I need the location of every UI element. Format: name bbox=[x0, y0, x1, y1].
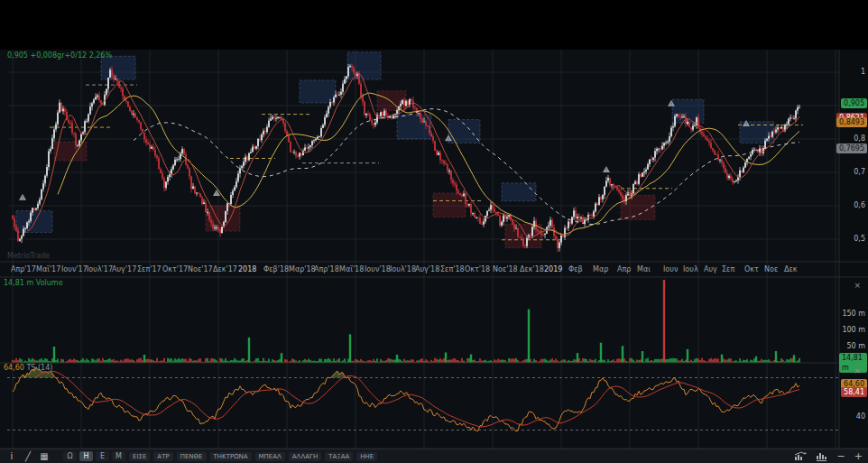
symbol-quote-line: 0,905 +0,008gr+0/12 2,26% bbox=[7, 51, 112, 60]
time-tick-label: Φεβ'18 bbox=[263, 265, 289, 273]
remove-volume-indicator-button[interactable]: × bbox=[854, 282, 861, 290]
volume-indicator-label: 14,81 m Volume bbox=[4, 279, 63, 288]
time-tick-label: Απρ'17 bbox=[11, 265, 36, 273]
rsi-axis[interactable]: 4064,6058,41× bbox=[839, 363, 868, 449]
trading-app-window: !!!!!! 0,905 +0,008gr+0/12 2,26% MetrioT… bbox=[0, 0, 868, 463]
time-tick-label: Απρ bbox=[617, 265, 631, 273]
time-tick-label: Νοε'17 bbox=[188, 265, 213, 273]
rsi-value: 64,60 bbox=[4, 364, 24, 372]
time-tick-label: Σεπ bbox=[722, 265, 734, 273]
price-axis[interactable]: 10,80,70,60,50,9050,86210,84930,7695 bbox=[839, 50, 868, 262]
time-tick-label: Νοε'18 bbox=[493, 265, 518, 273]
toolbar-button[interactable]: ΤΗΚΤΡΩΝΑ bbox=[210, 452, 252, 461]
time-tick-label: Αυγ'17 bbox=[112, 265, 136, 273]
price-tick-label: 0,6 bbox=[854, 201, 865, 209]
grid-view-icon[interactable]: ▦ bbox=[38, 450, 51, 463]
time-tick-label: Ιουλ'18 bbox=[390, 265, 416, 273]
volume-histogram-icon[interactable] bbox=[816, 451, 828, 461]
svg-text:!: ! bbox=[448, 136, 449, 142]
price-badge: 0,7695 bbox=[836, 144, 867, 153]
volume-name: Volume bbox=[36, 279, 63, 287]
time-tick-label: Φεβ bbox=[568, 265, 583, 273]
interval-button[interactable]: Ω bbox=[63, 451, 77, 461]
price-tick-label: 1 bbox=[861, 68, 865, 76]
volume-tick-label: 100 m bbox=[842, 326, 865, 334]
info-icon[interactable]: i bbox=[5, 450, 18, 463]
price-badge: 0,905 bbox=[841, 98, 867, 108]
time-tick-label: Μαρ bbox=[593, 265, 608, 273]
toolbar-button[interactable]: ΜΠΕΑΛ bbox=[255, 452, 285, 461]
time-tick-label: Οκτ'18 bbox=[465, 265, 490, 273]
bottom-toolbar: i ╱ ▦ ΩΗΕΜ ΕΙΣΕΑΤΡΠΕΝΘΕΤΗΚΤΡΩΝΑΜΠΕΑΛΑΛΛΑ… bbox=[0, 449, 868, 463]
toolbar-button[interactable]: ΗΗΕ bbox=[356, 452, 377, 461]
time-tick-label: Σεπ'17 bbox=[137, 265, 162, 273]
price-tick-label: 0,8 bbox=[854, 134, 865, 143]
time-tick-label: Απρ'18 bbox=[314, 265, 339, 273]
volume-axis[interactable]: 150 m100 m50 m14,81 m× bbox=[839, 278, 868, 363]
time-tick-label: Μαϊ'17 bbox=[36, 265, 60, 273]
svg-text:!: ! bbox=[745, 121, 747, 126]
time-tick-label: Δεκ'17 bbox=[213, 265, 237, 273]
toolbar-button[interactable]: ΠΕΝΘΕ bbox=[177, 452, 207, 461]
volume-tick-label: 50 m bbox=[846, 342, 865, 350]
zoom-out-button[interactable]: − bbox=[837, 451, 845, 462]
time-axis[interactable]: Απρ'17Μαϊ'17Ιουν'17Ιουλ'17Αυγ'17Σεπ'17Οκ… bbox=[0, 263, 868, 277]
remove-rsi-indicator-button[interactable]: × bbox=[854, 367, 861, 375]
zoom-in-button[interactable]: + bbox=[854, 451, 863, 462]
svg-text:!: ! bbox=[22, 195, 23, 200]
rsi-badge: 58,41 bbox=[841, 387, 867, 397]
time-tick-label: Μαϊ'18 bbox=[339, 265, 364, 273]
interval-button[interactable]: Μ bbox=[112, 451, 125, 461]
time-tick-label: 2019 bbox=[544, 265, 562, 273]
time-tick-label: Ιουν'18 bbox=[365, 265, 391, 273]
svg-text:!: ! bbox=[216, 190, 217, 196]
toolbar-button[interactable]: ΑΛΛΑΓΗ bbox=[289, 452, 321, 461]
volume-tick-label: 150 m bbox=[842, 310, 865, 318]
time-tick-label: Μαι bbox=[637, 265, 651, 273]
time-tick-label: Αυγ bbox=[704, 265, 717, 273]
time-tick-label: Ιουλ bbox=[683, 265, 698, 273]
rsi-name: TS (14) bbox=[26, 364, 52, 372]
time-tick-label: Σεπ'18 bbox=[440, 265, 465, 273]
time-tick-label: Δεκ'18 bbox=[520, 265, 544, 273]
price-tick-label: 0,5 bbox=[854, 235, 865, 243]
price-tick-label: 0,7 bbox=[854, 168, 865, 176]
toolbar-buttons: ΕΙΣΕΑΤΡΠΕΝΘΕΤΗΚΤΡΩΝΑΜΠΕΑΛΑΛΛΑΓΗΤΑΞΑΑΗΗΕ bbox=[129, 452, 377, 461]
toolbar-button[interactable]: ΕΙΣΕ bbox=[129, 452, 150, 461]
time-tick-label: Οκτ bbox=[744, 265, 759, 273]
interval-button[interactable]: Ε bbox=[96, 451, 109, 461]
time-tick-label: Δεκ bbox=[784, 265, 798, 273]
svg-text:!: ! bbox=[605, 167, 607, 172]
time-tick-label: Ιουν'17 bbox=[61, 265, 88, 273]
time-tick-label: Ιουν bbox=[663, 265, 678, 273]
time-tick-label: Αυγ'18 bbox=[415, 265, 439, 273]
time-tick-label: Ιουλ'17 bbox=[87, 265, 113, 273]
svg-text:!: ! bbox=[670, 101, 672, 106]
watermark: MetrioTrade bbox=[7, 252, 50, 261]
chart-style-icon[interactable] bbox=[794, 451, 807, 461]
time-tick-label: 2018 bbox=[238, 265, 256, 273]
interval-switcher: ΩΗΕΜ bbox=[63, 451, 125, 461]
time-tick-label: Οκτ'17 bbox=[162, 265, 188, 273]
toolbar-button[interactable]: ΑΤΡ bbox=[153, 452, 172, 461]
rsi-tick-label: 40 bbox=[856, 412, 865, 421]
oscillator-indicator-label: 64,60 TS (14) bbox=[4, 364, 52, 373]
toolbar-button[interactable]: ΤΑΞΑΑ bbox=[325, 452, 353, 461]
price-badge: 0,8493 bbox=[836, 117, 867, 127]
time-tick-label: Μαρ'18 bbox=[289, 265, 316, 273]
draw-tool-icon[interactable]: ╱ bbox=[22, 450, 34, 463]
volume-value: 14,81 m bbox=[4, 279, 33, 287]
time-tick-label: Νοε bbox=[764, 265, 778, 273]
interval-button[interactable]: Η bbox=[79, 451, 93, 461]
chart-canvas[interactable]: !!!!!! bbox=[0, 0, 868, 463]
